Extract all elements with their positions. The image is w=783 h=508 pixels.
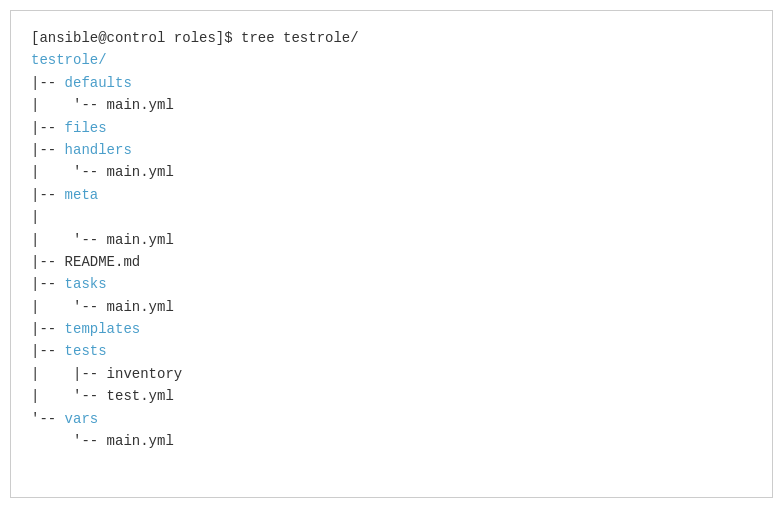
terminal-window: [ansible@control roles]$ tree testrole/ …: [10, 10, 773, 498]
files-line: |-- files: [31, 120, 107, 136]
templates-line: |-- templates: [31, 321, 140, 337]
meta-line: |-- meta: [31, 187, 98, 203]
defaults-line: |-- defaults: [31, 75, 132, 91]
tests-line: |-- tests: [31, 343, 107, 359]
vars-main: '-- main.yml: [31, 433, 174, 449]
meta-main: | '-- main.yml: [31, 232, 174, 248]
handlers-main: | '-- main.yml: [31, 164, 174, 180]
terminal-content: [ansible@control roles]$ tree testrole/ …: [31, 27, 752, 452]
tasks-line: |-- tasks: [31, 276, 107, 292]
meta-blank: |: [31, 209, 39, 225]
tests-yml: | '-- test.yml: [31, 388, 174, 404]
defaults-main: | '-- main.yml: [31, 97, 174, 113]
testrole-dir: testrole/: [31, 52, 107, 68]
prompt-line: [ansible@control roles]$ tree testrole/: [31, 30, 359, 46]
tasks-main: | '-- main.yml: [31, 299, 174, 315]
vars-line: '-- vars: [31, 411, 98, 427]
tests-inventory: | |-- inventory: [31, 366, 182, 382]
readme-line: |-- README.md: [31, 254, 140, 270]
handlers-line: |-- handlers: [31, 142, 132, 158]
